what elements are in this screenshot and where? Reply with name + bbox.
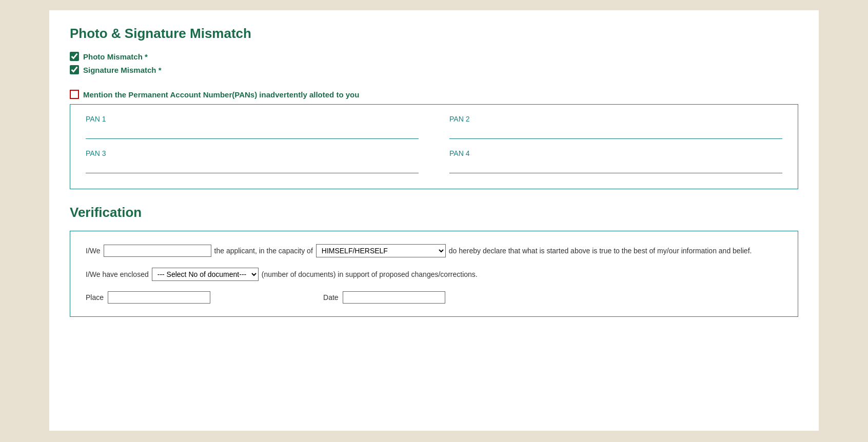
date-input[interactable] [343, 291, 445, 304]
verification-section: Verification I/We the applicant, in the … [70, 205, 798, 317]
pan3-label: PAN 3 [86, 149, 419, 157]
pan4-field: PAN 4 [449, 149, 782, 173]
place-label: Place [86, 293, 104, 302]
pan-section: Mention the Permanent Account Number(PAN… [70, 90, 798, 189]
signature-mismatch-item: Signature Mismatch * [70, 65, 798, 74]
pan-checkbox-row: Mention the Permanent Account Number(PAN… [70, 90, 798, 99]
date-group: Date [323, 291, 445, 304]
docs-prefix-label: I/We have enclosed [86, 269, 149, 280]
applicant-name-input[interactable] [104, 245, 211, 257]
pan4-input[interactable] [449, 160, 782, 173]
signature-mismatch-label: Signature Mismatch * [83, 66, 162, 74]
capacity-prefix-label: the applicant, in the capacity of [214, 245, 313, 256]
pan2-field: PAN 2 [449, 115, 782, 139]
pan3-field: PAN 3 [86, 149, 419, 173]
photo-mismatch-item: Photo Mismatch * [70, 52, 798, 61]
pan3-input[interactable] [86, 160, 419, 173]
verification-box: I/We the applicant, in the capacity of H… [70, 231, 798, 317]
signature-mismatch-checkbox[interactable] [70, 65, 79, 74]
pan2-label: PAN 2 [449, 115, 782, 123]
pan-checkbox[interactable] [70, 90, 79, 99]
i-we-label: I/We [86, 245, 101, 256]
capacity-select[interactable]: HIMSELF/HERSELF AUTHORIZED REPRESENTATIV… [316, 244, 446, 257]
date-label: Date [323, 293, 339, 302]
pan4-label: PAN 4 [449, 149, 782, 157]
place-input[interactable] [108, 291, 210, 304]
section-title: Photo & Signature Mismatch [70, 26, 798, 42]
pan-grid: PAN 1 PAN 2 PAN 3 PAN 4 [86, 115, 782, 173]
pan1-input[interactable] [86, 126, 419, 139]
photo-mismatch-checkbox[interactable] [70, 52, 79, 61]
docs-select[interactable]: --- Select No of document--- 1 2 3 4 5 [152, 268, 259, 281]
docs-line: I/We have enclosed --- Select No of docu… [86, 268, 782, 281]
pan2-input[interactable] [449, 126, 782, 139]
docs-suffix-label: (number of documents) in support of prop… [262, 269, 478, 280]
main-container: Photo & Signature Mismatch Photo Mismatc… [49, 10, 819, 431]
pan-checkbox-label: Mention the Permanent Account Number(PAN… [83, 90, 359, 99]
declaration-line: I/We the applicant, in the capacity of H… [86, 244, 782, 257]
place-date-row: Place Date [86, 291, 782, 304]
pan-border-box: PAN 1 PAN 2 PAN 3 PAN 4 [70, 104, 798, 189]
photo-mismatch-label: Photo Mismatch * [83, 52, 148, 61]
checkbox-group: Photo Mismatch * Signature Mismatch * [70, 52, 798, 74]
verification-title: Verification [70, 205, 798, 220]
place-group: Place [86, 291, 210, 304]
declaration-text: do hereby declare that what is started a… [449, 245, 752, 256]
pan1-label: PAN 1 [86, 115, 419, 123]
pan1-field: PAN 1 [86, 115, 419, 139]
